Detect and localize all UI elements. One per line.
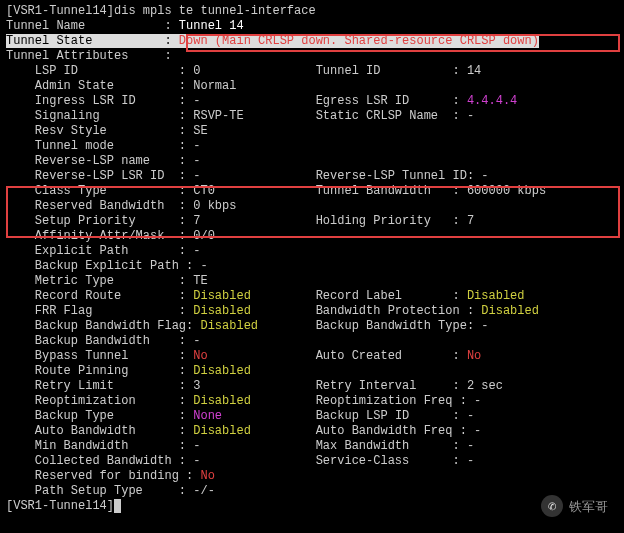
output-row: Ingress LSR ID : - Egress LSR ID : 4.4.4… [6, 94, 618, 109]
output-row: Explicit Path : - [6, 244, 618, 259]
output-row: Reverse-LSP LSR ID : - Reverse-LSP Tunne… [6, 169, 618, 184]
output-row: Tunnel Attributes : [6, 49, 618, 64]
output-row: Min Bandwidth : - Max Bandwidth : - [6, 439, 618, 454]
output-row: Backup Bandwidth Flag: Disabled Backup B… [6, 319, 618, 334]
output-row: Backup Type : None Backup LSP ID : - [6, 409, 618, 424]
wechat-icon: ✆ [541, 495, 563, 517]
output-row: Reverse-LSP name : - [6, 154, 618, 169]
output-row: Collected Bandwidth : - Service-Class : … [6, 454, 618, 469]
output-row: Path Setup Type : -/- [6, 484, 618, 499]
output-row: Backup Explicit Path : - [6, 259, 618, 274]
terminal-output: [VSR1-Tunnel14]dis mpls te tunnel-interf… [6, 4, 618, 514]
output-row: Reserved Bandwidth : 0 kbps [6, 199, 618, 214]
output-row: Tunnel Name : Tunnel 14 [6, 19, 618, 34]
command-line: [VSR1-Tunnel14]dis mpls te tunnel-interf… [6, 4, 618, 19]
output-row: Reserved for binding : No [6, 469, 618, 484]
output-row: Tunnel State : Down (Main CRLSP down. Sh… [6, 34, 618, 49]
output-row: FRR Flag : Disabled Bandwidth Protection… [6, 304, 618, 319]
output-row: Admin State : Normal [6, 79, 618, 94]
output-row: Signaling : RSVP-TE Static CRLSP Name : … [6, 109, 618, 124]
output-row: Backup Bandwidth : - [6, 334, 618, 349]
output-row: Affinity Attr/Mask : 0/0 [6, 229, 618, 244]
output-row: Tunnel mode : - [6, 139, 618, 154]
output-row: Auto Bandwidth : Disabled Auto Bandwidth… [6, 424, 618, 439]
prompt-line-end[interactable]: [VSR1-Tunnel14] [6, 499, 618, 514]
output-row: Record Route : Disabled Record Label : D… [6, 289, 618, 304]
output-row: Bypass Tunnel : No Auto Created : No [6, 349, 618, 364]
output-row: Retry Limit : 3 Retry Interval : 2 sec [6, 379, 618, 394]
watermark: ✆ 铁军哥 [541, 495, 608, 517]
output-row: Setup Priority : 7 Holding Priority : 7 [6, 214, 618, 229]
output-row: Metric Type : TE [6, 274, 618, 289]
output-row: LSP ID : 0 Tunnel ID : 14 [6, 64, 618, 79]
watermark-text: 铁军哥 [569, 499, 608, 514]
output-row: Class Type : CT0 Tunnel Bandwidth : 6000… [6, 184, 618, 199]
output-row: Resv Style : SE [6, 124, 618, 139]
output-row: Reoptimization : Disabled Reoptimization… [6, 394, 618, 409]
output-row: Route Pinning : Disabled [6, 364, 618, 379]
